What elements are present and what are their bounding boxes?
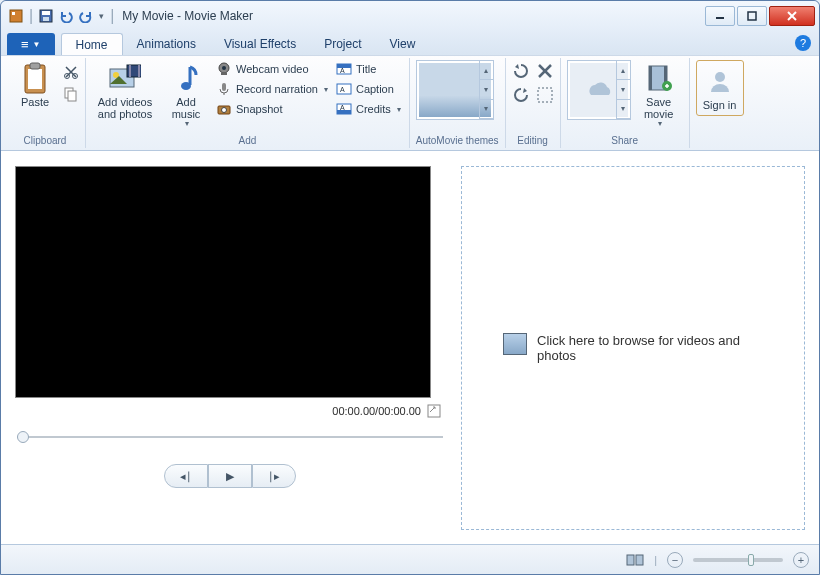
- svg-point-21: [181, 82, 191, 90]
- cut-icon[interactable]: [63, 64, 79, 80]
- svg-rect-4: [43, 17, 49, 21]
- caption-icon: A: [336, 81, 352, 97]
- seek-slider[interactable]: [17, 430, 443, 444]
- delete-icon[interactable]: [536, 62, 554, 80]
- tab-home[interactable]: Home: [61, 33, 123, 55]
- svg-rect-24: [221, 73, 227, 75]
- publish-gallery[interactable]: ▴ ▾ ▾: [567, 60, 631, 120]
- minimize-button[interactable]: [705, 6, 735, 26]
- video-preview[interactable]: [15, 166, 431, 398]
- copy-icon[interactable]: [63, 86, 79, 102]
- svg-text:A: A: [340, 67, 345, 74]
- add-media-label: Add videos and photos: [96, 96, 154, 120]
- storyboard-hint-text: Click here to browse for videos and phot…: [537, 333, 763, 363]
- svg-rect-1: [12, 12, 15, 15]
- save-movie-label: Save movie: [639, 96, 679, 120]
- zoom-slider[interactable]: [693, 558, 783, 562]
- title-icon: A: [336, 61, 352, 77]
- quick-access-toolbar: | ▾ |: [5, 7, 114, 25]
- paste-button[interactable]: Paste: [11, 60, 59, 110]
- group-label: AutoMovie themes: [416, 135, 499, 148]
- title-button[interactable]: ATitle: [334, 60, 403, 78]
- gallery-up-icon[interactable]: ▴: [479, 61, 493, 80]
- svg-rect-47: [636, 555, 643, 565]
- maximize-button[interactable]: [737, 6, 767, 26]
- save-movie-button[interactable]: Save movie: [635, 60, 683, 131]
- timecode-text: 00:00.00/00:00.00: [332, 405, 421, 417]
- gallery-down-icon[interactable]: ▾: [616, 80, 630, 99]
- add-music-button[interactable]: Add music: [162, 60, 210, 131]
- group-add: Add videos and photos Add music Webcam v…: [86, 58, 410, 148]
- fullscreen-icon[interactable]: [427, 404, 441, 418]
- sign-in-label: Sign in: [703, 99, 737, 111]
- app-window: | ▾ | My Movie - Movie Maker: [0, 0, 820, 575]
- group-share: ▴ ▾ ▾ Save movie Share: [561, 58, 690, 148]
- redo-icon[interactable]: [79, 9, 93, 23]
- sign-in-button[interactable]: Sign in: [696, 60, 744, 116]
- seek-thumb[interactable]: [17, 431, 29, 443]
- svg-rect-0: [10, 10, 22, 22]
- content-area: 00:00.00/00:00.00 ◂∣ ▶ ∣▸ Click here to …: [1, 151, 819, 544]
- group-label: Clipboard: [11, 135, 79, 148]
- microphone-icon: [216, 81, 232, 97]
- next-frame-button[interactable]: ∣▸: [252, 464, 296, 488]
- svg-rect-41: [649, 66, 652, 90]
- app-icon: [9, 9, 23, 23]
- gallery-up-icon[interactable]: ▴: [616, 61, 630, 80]
- svg-text:A: A: [340, 86, 345, 93]
- rotate-left-icon[interactable]: [512, 62, 530, 80]
- zoom-thumb[interactable]: [748, 554, 754, 566]
- gallery-more-icon[interactable]: ▾: [616, 100, 630, 119]
- group-label: Add: [92, 135, 403, 148]
- record-narration-button[interactable]: Record narration: [214, 80, 330, 98]
- svg-point-28: [222, 108, 227, 113]
- caption-button[interactable]: ACaption: [334, 80, 403, 98]
- webcam-video-button[interactable]: Webcam video: [214, 60, 330, 78]
- svg-rect-25: [222, 83, 226, 91]
- svg-rect-39: [538, 88, 552, 102]
- qat-dropdown-icon[interactable]: ▾: [99, 11, 104, 21]
- credits-button[interactable]: ACredits: [334, 100, 403, 118]
- rotate-right-icon[interactable]: [512, 86, 530, 104]
- previous-frame-button[interactable]: ◂∣: [164, 464, 208, 488]
- zoom-in-button[interactable]: +: [793, 552, 809, 568]
- playback-controls: ◂∣ ▶ ∣▸: [15, 464, 445, 488]
- webcam-icon: [216, 61, 232, 77]
- automovie-gallery[interactable]: ▴ ▾ ▾: [416, 60, 494, 120]
- zoom-out-button[interactable]: −: [667, 552, 683, 568]
- svg-rect-20: [138, 65, 140, 77]
- window-controls: [703, 6, 815, 26]
- play-button[interactable]: ▶: [208, 464, 252, 488]
- snapshot-button[interactable]: Snapshot: [214, 100, 330, 118]
- paste-label: Paste: [21, 96, 49, 108]
- svg-rect-46: [627, 555, 634, 565]
- gallery-more-icon[interactable]: ▾: [479, 100, 493, 119]
- tab-animations[interactable]: Animations: [123, 33, 210, 55]
- tab-project[interactable]: Project: [310, 33, 375, 55]
- svg-rect-11: [30, 63, 40, 69]
- gallery-down-icon[interactable]: ▾: [479, 80, 493, 99]
- group-automovie: ▴ ▾ ▾ AutoMovie themes: [410, 58, 506, 148]
- add-videos-photos-button[interactable]: Add videos and photos: [92, 60, 158, 122]
- svg-point-44: [715, 72, 725, 82]
- add-music-label: Add music: [166, 96, 206, 120]
- storyboard-hint: Click here to browse for videos and phot…: [503, 333, 763, 363]
- thumbnails-view-icon[interactable]: [626, 553, 644, 567]
- file-menu-icon: ≡: [21, 37, 29, 52]
- credits-icon: A: [336, 101, 352, 117]
- group-clipboard: Paste Clipboard: [5, 58, 86, 148]
- ribbon-tabs: ≡ ▼ Home Animations Visual Effects Proje…: [1, 31, 819, 55]
- select-all-icon[interactable]: [536, 86, 554, 104]
- camera-icon: [216, 101, 232, 117]
- close-button[interactable]: [769, 6, 815, 26]
- svg-rect-15: [68, 91, 76, 101]
- help-icon[interactable]: ?: [795, 35, 811, 51]
- undo-icon[interactable]: [59, 9, 73, 23]
- storyboard-dropzone[interactable]: Click here to browse for videos and phot…: [461, 166, 805, 530]
- svg-point-23: [222, 66, 226, 70]
- tab-visual-effects[interactable]: Visual Effects: [210, 33, 310, 55]
- tab-view[interactable]: View: [376, 33, 430, 55]
- save-icon[interactable]: [39, 9, 53, 23]
- timecode-row: 00:00.00/00:00.00: [15, 398, 445, 424]
- file-menu-button[interactable]: ≡ ▼: [7, 33, 55, 55]
